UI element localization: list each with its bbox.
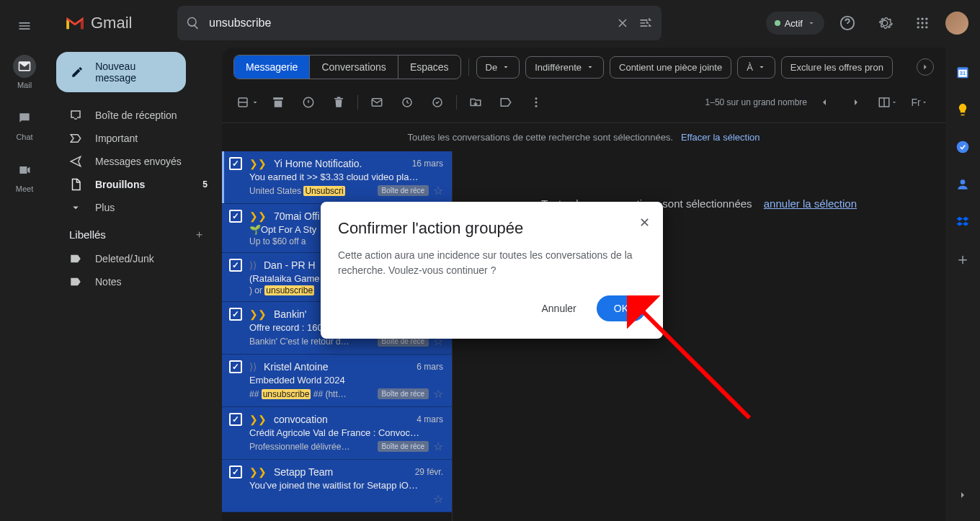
cancel-button[interactable]: Annuler — [530, 295, 588, 321]
close-icon[interactable]: ✕ — [639, 215, 650, 231]
ok-button[interactable]: OK — [597, 295, 646, 321]
modal-title: Confirmer l'action groupée — [338, 219, 646, 238]
modal-body: Cette action aura une incidence sur tout… — [338, 248, 646, 278]
confirm-modal: ✕ Confirmer l'action groupée Cette actio… — [321, 202, 663, 339]
